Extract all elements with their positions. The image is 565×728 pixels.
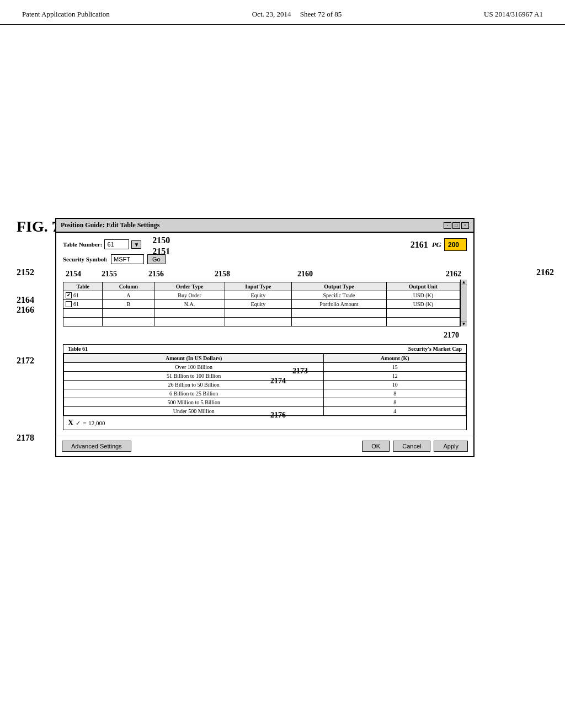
row2-table-val: 61 bbox=[73, 301, 79, 307]
row2-order-type: N.A. bbox=[154, 300, 225, 309]
row2-input-type: Equity bbox=[225, 300, 292, 309]
ref-2154-label: 2154 bbox=[66, 270, 81, 279]
lookup-col1-header: Amount (In US Dollars) bbox=[64, 354, 324, 363]
row1-checkbox[interactable]: ✓ bbox=[66, 292, 72, 298]
lookup-row: 26 Billion to 50 Billion 10 bbox=[64, 381, 466, 389]
lookup-table-label: Table 61 bbox=[68, 346, 88, 352]
lookup-row: Over 100 Billion 15 bbox=[64, 363, 466, 372]
scroll-down-btn[interactable]: ▼ bbox=[461, 321, 467, 326]
ok-button[interactable]: OK bbox=[362, 441, 390, 452]
lookup-amount-5: 500 Million to 5 Billion bbox=[64, 398, 324, 407]
lookup-col2-header: Amount (K) bbox=[324, 354, 466, 363]
minimize-button[interactable]: - bbox=[444, 222, 451, 229]
pg-label: PG bbox=[432, 240, 441, 249]
row1-table-cell: ✓ 61 bbox=[63, 291, 103, 300]
lookup-k-4: 8 bbox=[324, 389, 466, 398]
cancel-button[interactable]: Cancel bbox=[393, 441, 430, 452]
col-column: Column bbox=[103, 282, 154, 291]
col-table: Table bbox=[63, 282, 103, 291]
formula-equals: = bbox=[83, 420, 86, 426]
ref-2173-arrow: 2173 bbox=[292, 367, 308, 376]
dialog-title: Position Guide: Edit Table Settings bbox=[61, 221, 159, 229]
ref-2162-outside: 2162 bbox=[536, 267, 554, 277]
settings-table: Table Column Order Type Input Type Outpu… bbox=[63, 282, 460, 326]
row1-order-type: Buy Order bbox=[154, 291, 225, 300]
publication-label: Patent Application Publication bbox=[22, 10, 110, 18]
maximize-button[interactable]: □ bbox=[452, 222, 460, 229]
ref-2164: 2164 bbox=[17, 295, 34, 305]
lookup-table-title: Security's Market Cap bbox=[408, 346, 462, 352]
date-label: Oct. 23, 2014 bbox=[252, 10, 291, 18]
lookup-k-2: 12 bbox=[324, 372, 466, 381]
lookup-k-1: 15 bbox=[324, 363, 466, 372]
row1-column-cell: A bbox=[103, 291, 154, 300]
lookup-amount-1: Over 100 Billion bbox=[64, 363, 324, 372]
ref-2158-label: 2158 bbox=[215, 270, 230, 279]
lookup-row: 6 Billion to 25 Billion 8 bbox=[64, 389, 466, 398]
lookup-row: 500 Million to 5 Billion 8 bbox=[64, 398, 466, 407]
col-input-type: Input Type bbox=[225, 282, 292, 291]
page-content: FIG. 78 2152 2164 2166 2172 2178 Positio… bbox=[0, 25, 565, 720]
table-header-row: Table Column Order Type Input Type Outpu… bbox=[63, 282, 460, 291]
col-output-type: Output Type bbox=[292, 282, 387, 291]
table-scrollbar[interactable]: ▲ ▼ bbox=[460, 280, 467, 326]
dialog-footer: Advanced Settings OK Cancel Apply bbox=[56, 436, 473, 456]
dialog-body: Table Number: ▼ 2150 2151 2161 PG bbox=[56, 233, 473, 436]
col-order-type: Order Type bbox=[154, 282, 225, 291]
ref-2166: 2166 bbox=[17, 305, 34, 315]
lookup-amount-4: 6 Billion to 25 Billion bbox=[64, 389, 324, 398]
lookup-k-3: 10 bbox=[324, 381, 466, 389]
dialog-window: Position Guide: Edit Table Settings - □ … bbox=[55, 218, 475, 457]
lookup-header: Table 61 Security's Market Cap bbox=[63, 345, 466, 354]
table-number-input[interactable] bbox=[104, 239, 129, 249]
page-header: Patent Application Publication Oct. 23, … bbox=[0, 0, 565, 25]
ref-2172: 2172 bbox=[17, 356, 34, 366]
table-row-empty bbox=[63, 309, 460, 318]
row1-input-type: Equity bbox=[225, 291, 292, 300]
ref-2152: 2152 bbox=[17, 267, 34, 277]
security-symbol-input[interactable] bbox=[111, 254, 144, 264]
lookup-col-header: Amount (In US Dollars) Amount (K) bbox=[64, 354, 466, 363]
ref-2162-label: 2162 bbox=[446, 270, 461, 279]
row1-output-type: Specific Trade bbox=[292, 291, 387, 300]
formula-value: 12,000 bbox=[88, 420, 105, 426]
ref-2151: 2151 bbox=[152, 247, 170, 256]
lookup-k-6: 4 bbox=[324, 407, 466, 416]
table-number-label: Table Number: bbox=[63, 241, 102, 248]
row2-checkbox[interactable] bbox=[66, 301, 72, 307]
formula-x-symbol: X bbox=[68, 419, 73, 427]
lookup-data-table: Amount (In US Dollars) Amount (K) Over 1… bbox=[63, 354, 466, 416]
ref-2155-label: 2155 bbox=[102, 270, 117, 279]
ref-2178: 2178 bbox=[17, 433, 34, 443]
table-row: ✓ 61 A Buy Order Equity Specific Trade U… bbox=[63, 291, 460, 300]
formula-row: X ✓ = 12,000 bbox=[63, 416, 466, 430]
row1-output-unit: USD (K) bbox=[386, 291, 460, 300]
close-button[interactable]: × bbox=[461, 222, 469, 229]
lookup-table-container: Table 61 Security's Market Cap Amount (I… bbox=[63, 344, 467, 430]
ref-2170: 2170 bbox=[444, 331, 459, 340]
dialog-controls: - □ × bbox=[444, 222, 469, 229]
lookup-row: 51 Billion to 100 Billion 12 bbox=[64, 372, 466, 381]
header-left: Patent Application Publication bbox=[22, 10, 110, 19]
lookup-row: Under 500 Million 4 bbox=[64, 407, 466, 416]
table-row-empty2 bbox=[63, 318, 460, 326]
advanced-settings-button[interactable]: Advanced Settings bbox=[62, 441, 131, 452]
ref-2150: 2150 bbox=[152, 235, 170, 245]
dialog-titlebar: Position Guide: Edit Table Settings - □ … bbox=[56, 219, 473, 233]
security-symbol-label: Security Symbol: bbox=[63, 256, 108, 263]
dropdown-arrow[interactable]: ▼ bbox=[131, 240, 141, 249]
ref-2156-label: 2156 bbox=[148, 270, 164, 279]
row2-output-type: Portfolio Amount bbox=[292, 300, 387, 309]
pg-input[interactable] bbox=[446, 240, 465, 250]
row2-output-unit: USD (K) bbox=[386, 300, 460, 309]
formula-check: ✓ bbox=[76, 420, 81, 427]
row2-column-cell: B bbox=[103, 300, 154, 309]
ref-2161: 2161 bbox=[411, 240, 428, 250]
row2-table-cell: 61 bbox=[63, 300, 103, 309]
scroll-up-btn[interactable]: ▲ bbox=[461, 280, 467, 285]
ref-2176-label: 2176 bbox=[270, 411, 286, 420]
ref-2160-label: 2160 bbox=[297, 270, 313, 279]
patent-number: US 2014/316967 A1 bbox=[484, 10, 543, 18]
ref-2174-label: 2174 bbox=[270, 377, 286, 386]
apply-button[interactable]: Apply bbox=[434, 441, 468, 452]
